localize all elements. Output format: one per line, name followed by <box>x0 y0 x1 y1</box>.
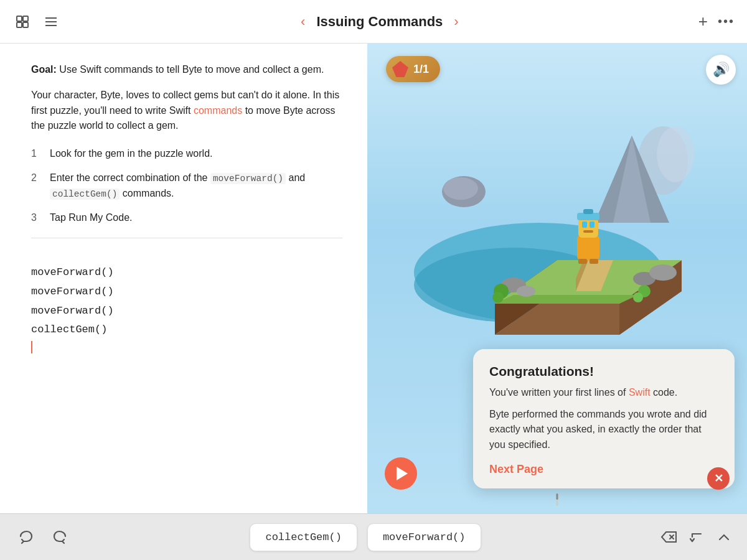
enter-button[interactable] <box>688 529 705 545</box>
step-2-code1: moveForward() <box>210 173 286 184</box>
congrats-body-1: You've written your first lines of Swift… <box>489 385 718 401</box>
bottom-bar: collectGem() moveForward() <box>0 513 747 560</box>
step-2-text-before: Enter the correct combination of the <box>50 172 210 183</box>
page-title: Issuing Commands <box>316 14 443 30</box>
svg-point-38 <box>443 177 478 200</box>
goal-text: Use Swift commands to tell Byte to move … <box>57 64 324 75</box>
svg-rect-1 <box>23 16 28 21</box>
next-page-button[interactable]: › <box>454 14 458 30</box>
congrats-swift-text: Swift <box>629 387 651 398</box>
commands-link[interactable]: commands <box>194 105 242 116</box>
step-1: 1 Look for the gem in the puzzle world. <box>31 146 342 162</box>
step-1-text: Look for the gem in the puzzle world. <box>50 146 342 162</box>
cursor-line <box>31 340 342 353</box>
svg-rect-22 <box>582 222 587 228</box>
svg-rect-24 <box>583 230 593 233</box>
prev-page-button[interactable]: ‹ <box>301 14 305 30</box>
grid-view-button[interactable] <box>12 12 32 32</box>
undo-button[interactable] <box>15 526 36 548</box>
code-editor[interactable]: moveForward() moveForward() moveForward(… <box>0 263 367 513</box>
step-2-text: Enter the correct combination of the mov… <box>50 170 342 202</box>
svg-rect-27 <box>578 259 587 264</box>
instructions-section: Goal: Use Swift commands to tell Byte to… <box>0 44 367 263</box>
close-button[interactable]: ✕ <box>707 467 730 490</box>
add-button[interactable]: + <box>698 12 708 31</box>
progress-track <box>557 493 558 506</box>
congrats-panel: Congratulations! You've written your fir… <box>473 349 735 488</box>
step-2-code2: collectGem() <box>50 189 120 200</box>
svg-rect-2 <box>17 22 22 27</box>
goal-label: Goal: <box>31 64 57 75</box>
svg-point-8 <box>657 126 694 182</box>
step-2-text-after: commands. <box>120 188 174 198</box>
sound-icon: 🔊 <box>713 62 730 78</box>
congrats-line1-after: code. <box>651 387 678 398</box>
main-content: Goal: Use Swift commands to tell Byte to… <box>0 44 747 513</box>
intro-paragraph: Your character, Byte, loves to collect g… <box>31 88 342 134</box>
code-line-4: collectGem() <box>31 320 342 340</box>
more-options-button[interactable]: ••• <box>718 14 735 29</box>
svg-rect-0 <box>17 16 22 21</box>
bottom-right-controls <box>660 529 732 545</box>
step-list: 1 Look for the gem in the puzzle world. … <box>31 146 342 225</box>
top-bar-center: ‹ Issuing Commands › <box>71 14 688 30</box>
svg-point-35 <box>633 292 643 302</box>
code-line-2: moveForward() <box>31 282 342 302</box>
top-bar: ‹ Issuing Commands › + ••• <box>0 0 747 44</box>
list-view-button[interactable] <box>41 12 61 32</box>
collect-gem-snippet-button[interactable]: collectGem() <box>250 523 357 551</box>
step-2-text-mid: and <box>286 172 305 183</box>
run-code-button[interactable] <box>385 457 417 490</box>
step-3-num: 3 <box>31 210 41 226</box>
top-bar-right: + ••• <box>698 12 735 31</box>
goal-paragraph: Goal: Use Swift commands to tell Byte to… <box>31 62 342 78</box>
section-divider <box>31 238 342 238</box>
iso-scene <box>402 98 713 360</box>
bottom-left-controls <box>15 526 71 548</box>
svg-marker-17 <box>495 295 638 304</box>
play-icon <box>397 467 408 480</box>
bottom-center-snippets: collectGem() moveForward() <box>81 523 650 551</box>
svg-rect-28 <box>590 259 598 264</box>
svg-rect-23 <box>590 222 594 228</box>
svg-point-36 <box>492 292 504 303</box>
move-forward-snippet-button[interactable]: moveForward() <box>367 523 481 551</box>
game-background: 1/1 🔊 <box>367 44 747 513</box>
step-3: 3 Tap Run My Code. <box>31 210 342 226</box>
congrats-line1-before: You've written your first lines of <box>489 387 629 398</box>
close-icon: ✕ <box>714 472 723 485</box>
step-2-num: 2 <box>31 170 41 186</box>
code-line-1: moveForward() <box>31 263 342 282</box>
next-page-button[interactable]: Next Page <box>489 463 543 476</box>
congrats-body-2: Byte performed the commands you wrote an… <box>489 407 718 453</box>
gem-icon <box>392 61 408 77</box>
game-world <box>367 81 747 376</box>
svg-rect-3 <box>23 22 28 27</box>
svg-rect-26 <box>583 209 593 214</box>
right-panel: 1/1 🔊 <box>367 44 747 513</box>
score-text: 1/1 <box>413 63 429 76</box>
score-badge: 1/1 <box>386 56 440 82</box>
svg-rect-20 <box>577 235 599 260</box>
code-line-3: moveForward() <box>31 302 342 321</box>
top-bar-left <box>12 12 61 32</box>
congrats-title: Congratulations! <box>489 364 718 379</box>
step-3-text: Tap Run My Code. <box>50 210 342 226</box>
sound-button[interactable]: 🔊 <box>706 55 736 85</box>
progress-fill <box>557 493 558 500</box>
left-panel: Goal: Use Swift commands to tell Byte to… <box>0 44 367 513</box>
text-cursor <box>31 341 32 353</box>
redo-button[interactable] <box>50 526 71 548</box>
svg-point-32 <box>649 264 677 281</box>
expand-button[interactable] <box>716 529 732 545</box>
progress-area <box>557 493 558 506</box>
step-2: 2 Enter the correct combination of the m… <box>31 170 342 202</box>
step-1-num: 1 <box>31 146 41 162</box>
delete-button[interactable] <box>660 530 677 544</box>
svg-point-30 <box>517 286 535 297</box>
svg-rect-21 <box>578 218 598 238</box>
